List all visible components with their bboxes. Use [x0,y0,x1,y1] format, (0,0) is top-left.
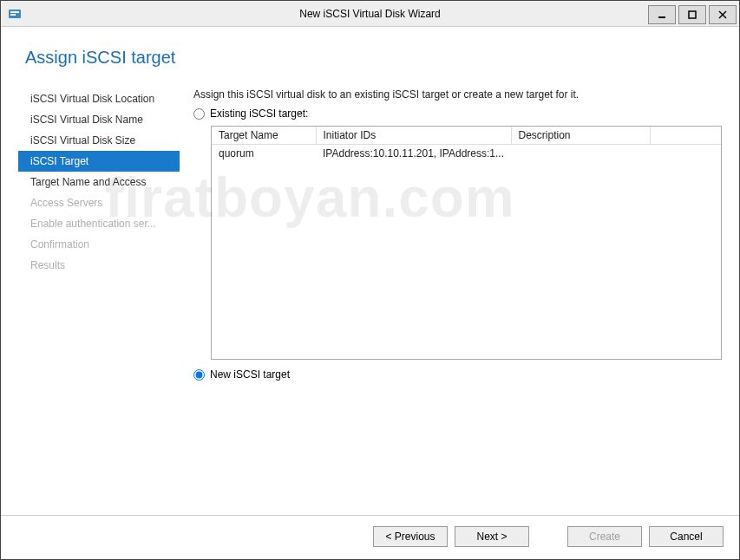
app-icon [8,7,22,21]
close-button[interactable] [709,5,737,24]
svg-rect-1 [10,11,19,13]
wizard-steps-sidebar: iSCSI Virtual Disk LocationiSCSI Virtual… [18,88,180,506]
col-description[interactable]: Description [511,127,650,145]
cancel-button[interactable]: Cancel [649,526,724,547]
col-initiator-ids[interactable]: Initiator IDs [316,127,511,145]
new-target-radio[interactable] [193,369,205,381]
wizard-step-4[interactable]: Target Name and Access [18,172,180,192]
minimize-button[interactable] [648,5,676,24]
wizard-step-6: Enable authentication ser... [18,213,180,234]
wizard-step-8: Results [18,255,180,276]
new-target-label: New iSCSI target [210,368,290,381]
svg-rect-4 [689,11,696,18]
existing-target-radio[interactable] [193,108,205,120]
maximize-button[interactable] [678,5,706,24]
col-target-name[interactable]: Target Name [212,127,316,145]
col-spacer [650,127,721,145]
existing-target-label: Existing iSCSI target: [210,107,308,120]
wizard-step-5: Access Servers [18,192,180,213]
create-button[interactable]: Create [567,526,642,547]
cell-target_name: quorum [212,145,316,163]
svg-rect-2 [10,14,16,16]
existing-target-option[interactable]: Existing iSCSI target: [193,107,722,120]
footer-buttons: < Previous Next > Create Cancel [1,515,739,559]
existing-targets-table[interactable]: Target Name Initiator IDs Description qu… [211,126,722,360]
table-row[interactable]: quorumIPAddress:10.10.11.201, IPAddress:… [212,145,721,163]
window-title: New iSCSI Virtual Disk Wizard [1,8,739,20]
titlebar: New iSCSI Virtual Disk Wizard [1,1,739,27]
instruction-text: Assign this iSCSI virtual disk to an exi… [193,88,722,101]
cell-description [511,145,650,163]
next-button[interactable]: Next > [455,526,529,547]
wizard-step-7: Confirmation [18,234,180,255]
cell-initiator_ids: IPAddress:10.10.11.201, IPAddress:1... [316,145,511,163]
previous-button[interactable]: < Previous [373,526,448,547]
wizard-step-3[interactable]: iSCSI Target [18,151,180,172]
page-heading: Assign iSCSI target [25,48,722,68]
wizard-step-2[interactable]: iSCSI Virtual Disk Size [18,130,180,151]
new-target-option[interactable]: New iSCSI target [193,368,722,381]
wizard-step-1[interactable]: iSCSI Virtual Disk Name [18,109,180,130]
wizard-step-0[interactable]: iSCSI Virtual Disk Location [18,88,180,109]
